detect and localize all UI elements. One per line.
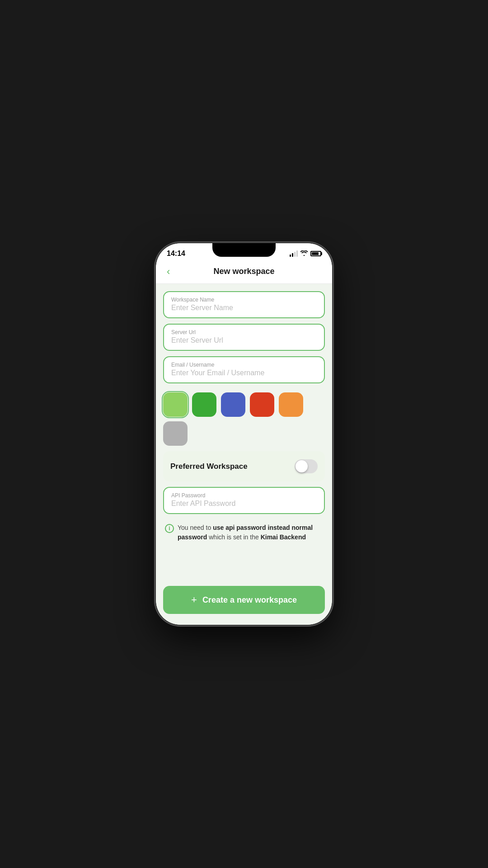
page-title: New workspace	[213, 267, 274, 276]
api-password-label: API Password	[171, 492, 317, 499]
color-option-light-green[interactable]	[163, 392, 188, 417]
status-icons	[290, 250, 321, 257]
email-username-label: Email / Username	[171, 362, 317, 368]
color-option-blue[interactable]	[221, 392, 245, 417]
email-username-input[interactable]	[171, 369, 317, 377]
wifi-icon	[300, 250, 308, 257]
battery-icon	[310, 251, 321, 256]
phone-screen: 14:14	[156, 243, 332, 625]
workspace-name-input[interactable]	[171, 304, 317, 312]
scroll-content: Workspace Name Server Url Email / Userna…	[156, 284, 332, 580]
server-url-label: Server Url	[171, 329, 317, 335]
preferred-workspace-row: Preferred Workspace	[163, 451, 325, 481]
create-workspace-button[interactable]: + Create a new workspace	[163, 586, 325, 614]
info-text: You need to use api password instead nor…	[178, 523, 323, 542]
workspace-name-label: Workspace Name	[171, 297, 317, 303]
info-text-section: i You need to use api password instead n…	[163, 519, 325, 546]
api-password-field: API Password	[163, 487, 325, 514]
create-button-label: Create a new workspace	[202, 595, 297, 605]
status-time: 14:14	[167, 250, 185, 258]
preferred-workspace-toggle[interactable]	[295, 459, 318, 473]
color-picker	[163, 389, 325, 451]
server-url-field: Server Url	[163, 324, 325, 351]
preferred-workspace-label: Preferred Workspace	[170, 462, 248, 471]
phone-frame: 14:14	[156, 243, 332, 625]
plus-icon: +	[191, 594, 197, 606]
color-option-red[interactable]	[250, 392, 274, 417]
bottom-bar: + Create a new workspace	[156, 580, 332, 625]
color-option-orange[interactable]	[279, 392, 303, 417]
color-option-gray[interactable]	[163, 421, 188, 446]
color-option-green[interactable]	[192, 392, 216, 417]
email-username-field: Email / Username	[163, 356, 325, 383]
toggle-thumb	[296, 460, 308, 472]
workspace-name-field: Workspace Name	[163, 291, 325, 318]
spacer	[163, 549, 325, 576]
notch	[212, 243, 276, 257]
nav-header: ‹ New workspace	[156, 261, 332, 284]
api-password-input[interactable]	[171, 500, 317, 508]
server-url-input[interactable]	[171, 336, 317, 344]
info-icon: i	[165, 524, 174, 533]
back-button[interactable]: ‹	[165, 264, 172, 279]
signal-icon	[290, 250, 298, 257]
